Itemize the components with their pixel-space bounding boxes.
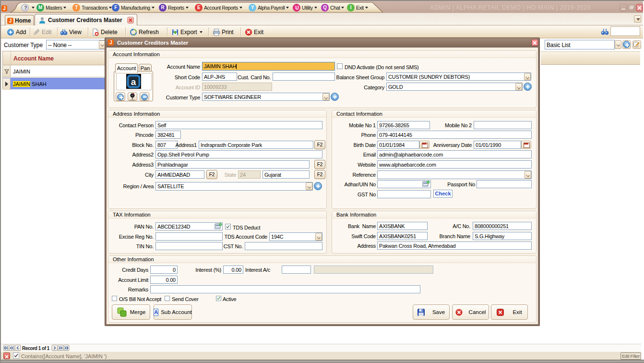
svg-text:a: a <box>131 77 136 87</box>
